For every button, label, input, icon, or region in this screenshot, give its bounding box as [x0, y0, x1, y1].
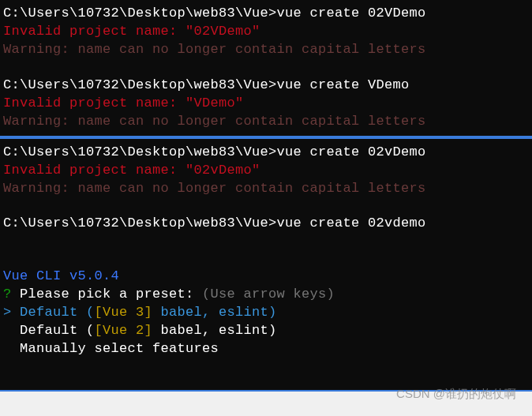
- command-line-1: C:\Users\10732\Desktop\web83\Vue>vue cre…: [3, 5, 529, 23]
- blank-line: [3, 197, 529, 215]
- preset-prompt-text: Please pick a preset:: [12, 287, 203, 302]
- blank-line: [3, 250, 529, 268]
- option-text-pre: Default (: [3, 323, 95, 338]
- preset-hint: (Use arrow keys): [202, 287, 335, 302]
- prompt-path: C:\Users\10732\Desktop\web83\Vue>: [3, 77, 277, 92]
- preset-prompt-line: ? Please pick a preset: (Use arrow keys): [3, 286, 529, 304]
- command-text: vue create 02vdemo: [277, 215, 426, 230]
- command-line-3: C:\Users\10732\Desktop\web83\Vue>vue cre…: [3, 144, 529, 162]
- watermark-text: CSDN @谁扔的炮仗啊: [396, 386, 516, 402]
- option-text-pre: Default (: [20, 305, 95, 320]
- command-text: vue create 02VDemo: [277, 6, 426, 21]
- blank-line: [3, 233, 529, 250]
- terminal-block-2: C:\Users\10732\Desktop\web83\Vue>vue cre…: [0, 137, 532, 392]
- vue-version-badge: [Vue 2]: [95, 323, 153, 338]
- question-mark-icon: ?: [3, 287, 12, 302]
- prompt-path: C:\Users\10732\Desktop\web83\Vue>: [3, 6, 277, 21]
- prompt-path: C:\Users\10732\Desktop\web83\Vue>: [3, 215, 277, 230]
- option-text-post: babel, eslint): [152, 323, 277, 338]
- command-line-2: C:\Users\10732\Desktop\web83\Vue>vue cre…: [3, 77, 529, 95]
- cli-version: Vue CLI v5.0.4: [3, 268, 529, 286]
- command-text: vue create VDemo: [277, 77, 410, 92]
- prompt-path: C:\Users\10732\Desktop\web83\Vue>: [3, 144, 277, 159]
- warning-message: Warning: name can no longer contain capi…: [3, 113, 529, 131]
- vue-version-badge: [Vue 3]: [95, 305, 153, 320]
- warning-message: Warning: name can no longer contain capi…: [3, 41, 529, 59]
- error-message: Invalid project name: "02vDemo": [3, 162, 529, 180]
- warning-message: Warning: name can no longer contain capi…: [3, 180, 529, 198]
- preset-option[interactable]: Default ([Vue 2] babel, eslint): [3, 322, 529, 340]
- command-text: vue create 02vDemo: [277, 144, 426, 159]
- preset-option-selected[interactable]: > Default ([Vue 3] babel, eslint): [3, 304, 529, 322]
- preset-option-manual[interactable]: Manually select features: [3, 340, 529, 358]
- error-message: Invalid project name: "02VDemo": [3, 23, 529, 41]
- blank-line: [3, 59, 529, 77]
- error-message: Invalid project name: "VDemo": [3, 95, 529, 113]
- cursor-icon: >: [3, 305, 20, 320]
- command-line-4: C:\Users\10732\Desktop\web83\Vue>vue cre…: [3, 215, 529, 233]
- option-text-post: babel, eslint): [152, 305, 277, 320]
- terminal-block-1: C:\Users\10732\Desktop\web83\Vue>vue cre…: [0, 0, 532, 137]
